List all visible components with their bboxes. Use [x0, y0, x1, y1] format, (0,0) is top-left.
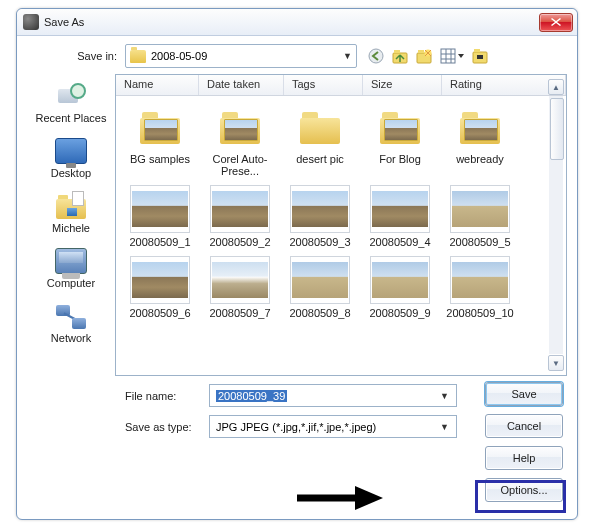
- item-label: 20080509_4: [369, 236, 430, 248]
- save-in-combo[interactable]: 2008-05-09 ▼: [125, 44, 357, 68]
- image-thumbnail: [210, 185, 270, 233]
- cancel-button[interactable]: Cancel: [485, 414, 563, 438]
- scroll-up-button[interactable]: ▲: [548, 79, 564, 95]
- scrollbar[interactable]: ▲ ▼: [548, 79, 564, 371]
- folder-item[interactable]: desert pic: [280, 102, 360, 177]
- annotation-arrow: [295, 484, 385, 512]
- save-button[interactable]: Save: [485, 382, 563, 406]
- sidebar-item-recent[interactable]: Recent Places: [30, 78, 112, 127]
- item-label: 20080509_3: [289, 236, 350, 248]
- item-label: 20080509_8: [289, 307, 350, 319]
- image-thumbnail: [290, 185, 350, 233]
- filetype-combo[interactable]: JPG JPEG (*.jpg,*.jif,*.jpe,*.jpeg) ▼: [209, 415, 457, 438]
- sidebar-item-user[interactable]: Michele: [30, 188, 112, 237]
- chevron-down-icon: ▼: [437, 391, 452, 401]
- scroll-track[interactable]: [549, 96, 563, 354]
- places-sidebar: Recent Places Desktop Michele Computer N…: [27, 74, 115, 376]
- image-item[interactable]: 20080509_4: [360, 183, 440, 248]
- folder-item[interactable]: BG samples: [120, 102, 200, 177]
- item-label: For Blog: [379, 153, 421, 165]
- item-label: 20080509_6: [129, 307, 190, 319]
- item-label: 20080509_5: [449, 236, 510, 248]
- folder-item[interactable]: Corel Auto-Prese...: [200, 102, 280, 177]
- sidebar-item-network[interactable]: Network: [30, 298, 112, 347]
- svg-rect-12: [474, 49, 480, 52]
- image-thumbnail: [210, 256, 270, 304]
- app-icon: [23, 14, 39, 30]
- options-button[interactable]: Options...: [485, 478, 563, 502]
- svg-rect-13: [477, 55, 483, 59]
- file-list[interactable]: Name Date taken Tags Size Rating BG samp…: [115, 74, 567, 376]
- folder-icon: [130, 50, 146, 63]
- sidebar-item-computer[interactable]: Computer: [30, 243, 112, 292]
- image-thumbnail: [130, 185, 190, 233]
- image-item[interactable]: 20080509_2: [200, 183, 280, 248]
- image-item[interactable]: 20080509_5: [440, 183, 520, 248]
- item-label: 20080509_2: [209, 236, 270, 248]
- scroll-down-button[interactable]: ▼: [548, 355, 564, 371]
- image-item[interactable]: 20080509_10: [440, 254, 520, 319]
- back-button[interactable]: [367, 47, 385, 65]
- image-item[interactable]: 20080509_8: [280, 254, 360, 319]
- image-thumbnail: [370, 185, 430, 233]
- item-label: 20080509_10: [446, 307, 513, 319]
- item-label: BG samples: [130, 153, 190, 165]
- close-button[interactable]: [539, 13, 573, 32]
- new-folder-button[interactable]: [415, 47, 433, 65]
- col-tags[interactable]: Tags: [284, 75, 363, 95]
- save-in-label: Save in:: [27, 50, 125, 62]
- folder-item[interactable]: webready: [440, 102, 520, 177]
- chevron-down-icon: ▼: [437, 422, 452, 432]
- window-title: Save As: [44, 16, 539, 28]
- sidebar-item-desktop[interactable]: Desktop: [30, 133, 112, 182]
- filename-label: File name:: [125, 390, 209, 402]
- item-label: 20080509_7: [209, 307, 270, 319]
- titlebar[interactable]: Save As: [17, 9, 577, 36]
- folder-icon: [298, 110, 342, 144]
- folder-icon: [218, 110, 262, 144]
- views-button[interactable]: [439, 47, 465, 65]
- chevron-down-icon: ▼: [343, 51, 352, 61]
- item-label: 20080509_1: [129, 236, 190, 248]
- col-size[interactable]: Size: [363, 75, 442, 95]
- image-thumbnail: [130, 256, 190, 304]
- filename-combo[interactable]: 20080509_39 ▼: [209, 384, 457, 407]
- folder-icon: [378, 110, 422, 144]
- save-in-value: 2008-05-09: [151, 50, 207, 62]
- col-date[interactable]: Date taken: [199, 75, 284, 95]
- filetype-label: Save as type:: [125, 421, 209, 433]
- item-label: webready: [456, 153, 504, 165]
- image-item[interactable]: 20080509_7: [200, 254, 280, 319]
- image-thumbnail: [450, 256, 510, 304]
- image-item[interactable]: 20080509_1: [120, 183, 200, 248]
- filename-value: 20080509_39: [216, 390, 287, 402]
- item-label: Corel Auto-Prese...: [202, 153, 278, 177]
- folder-icon: [458, 110, 502, 144]
- col-name[interactable]: Name: [116, 75, 199, 95]
- image-item[interactable]: 20080509_9: [360, 254, 440, 319]
- image-thumbnail: [290, 256, 350, 304]
- svg-rect-4: [418, 50, 424, 53]
- save-as-dialog: Save As Save in: 2008-05-09 ▼ Recent Pla: [16, 8, 578, 520]
- toolbar: [367, 47, 489, 65]
- preview-button[interactable]: [471, 47, 489, 65]
- image-item[interactable]: 20080509_3: [280, 183, 360, 248]
- help-button[interactable]: Help: [485, 446, 563, 470]
- svg-rect-2: [394, 50, 400, 53]
- save-in-row: Save in: 2008-05-09 ▼: [27, 44, 567, 68]
- item-label: desert pic: [296, 153, 344, 165]
- svg-rect-6: [441, 49, 455, 63]
- folder-item[interactable]: For Blog: [360, 102, 440, 177]
- item-label: 20080509_9: [369, 307, 430, 319]
- svg-point-0: [369, 49, 383, 63]
- column-headers[interactable]: Name Date taken Tags Size Rating: [116, 75, 566, 96]
- image-thumbnail: [370, 256, 430, 304]
- image-item[interactable]: 20080509_6: [120, 254, 200, 319]
- filetype-value: JPG JPEG (*.jpg,*.jif,*.jpe,*.jpeg): [216, 421, 376, 433]
- folder-icon: [138, 110, 182, 144]
- up-button[interactable]: [391, 47, 409, 65]
- scroll-thumb[interactable]: [550, 98, 564, 160]
- image-thumbnail: [450, 185, 510, 233]
